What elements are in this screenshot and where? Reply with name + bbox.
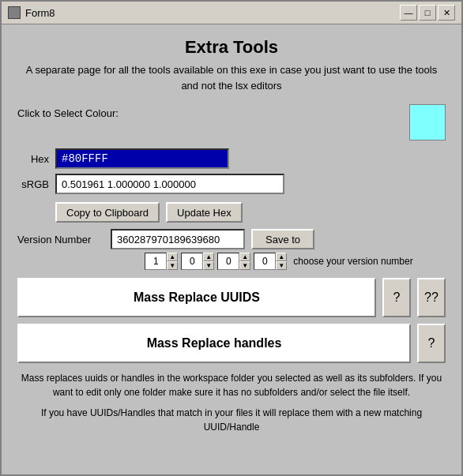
main-content: Extra Tools A separate page for all the … — [2, 24, 461, 474]
colour-preview[interactable] — [409, 104, 446, 141]
page-subtitle: A separate page for all the tools availa… — [17, 62, 446, 93]
title-bar: Form8 — □ ✕ — [2, 2, 461, 24]
maximize-button[interactable]: □ — [419, 5, 436, 21]
version-row: Version Number Save to — [17, 229, 446, 249]
description-text: Mass replaces uuids or handles in the wo… — [17, 371, 446, 399]
spinner-2-input[interactable] — [181, 253, 203, 270]
spinner-2-buttons: ▲ ▼ — [203, 253, 214, 270]
spinner-4-down[interactable]: ▼ — [276, 261, 287, 270]
mass-replace-handles-row: Mass Replace handles ? — [17, 324, 446, 363]
spinner-4-buttons: ▲ ▼ — [276, 253, 287, 270]
srgb-label: sRGB — [17, 178, 49, 190]
app-icon — [8, 6, 21, 19]
version-spinners-row: ▲ ▼ ▲ ▼ ▲ ▼ — [145, 253, 412, 270]
page-title: Extra Tools — [185, 37, 278, 58]
mass-replace-uuids-row: Mass Replace UUIDS ? ?? — [17, 278, 446, 317]
mass-replace-handles-button[interactable]: Mass Replace handles — [17, 324, 411, 363]
minimize-button[interactable]: — — [400, 5, 417, 21]
main-window: Form8 — □ ✕ Extra Tools A separate page … — [0, 0, 463, 476]
spinner-3-buttons: ▲ ▼ — [239, 253, 250, 270]
handles-help-button[interactable]: ? — [417, 324, 446, 363]
spinner-3-up[interactable]: ▲ — [239, 253, 250, 261]
window-title: Form8 — [25, 7, 55, 19]
spinner-1-input[interactable] — [145, 253, 167, 270]
spinner-2-up[interactable]: ▲ — [203, 253, 214, 261]
mass-replace-uuids-button[interactable]: Mass Replace UUIDS — [17, 278, 376, 317]
srgb-input — [55, 174, 284, 194]
spinner-1-down[interactable]: ▼ — [167, 261, 178, 270]
spinner-4: ▲ ▼ — [254, 253, 287, 270]
spinner-4-up[interactable]: ▲ — [276, 253, 287, 261]
spinner-1: ▲ ▼ — [145, 253, 178, 270]
hex-input[interactable] — [55, 148, 229, 169]
title-bar-left: Form8 — [8, 6, 55, 19]
copy-clipboard-button[interactable]: Copy to Clipboard — [55, 202, 160, 223]
spinner-1-up[interactable]: ▲ — [167, 253, 178, 261]
window-controls: — □ ✕ — [400, 5, 455, 21]
spinner-3-input[interactable] — [217, 253, 239, 270]
colour-section: Click to Select Colour: Hex sRGB Copy to… — [17, 104, 446, 223]
hex-label: Hex — [17, 153, 49, 165]
uuids-help-button-1[interactable]: ? — [382, 278, 411, 317]
srgb-row: sRGB — [17, 174, 446, 194]
colour-buttons-row: Copy to Clipboard Update Hex — [55, 202, 446, 223]
colour-click-label[interactable]: Click to Select Colour: — [17, 107, 119, 119]
version-choose-text: choose your version number — [293, 256, 412, 267]
hex-row: Hex — [17, 148, 446, 169]
uuids-help-button-2[interactable]: ?? — [417, 278, 446, 317]
update-hex-button[interactable]: Update Hex — [166, 202, 243, 223]
version-label: Version Number — [17, 234, 104, 245]
version-input[interactable] — [111, 229, 245, 249]
spinner-3: ▲ ▼ — [217, 253, 250, 270]
mass-replace-section: Mass Replace UUIDS ? ?? Mass Replace han… — [17, 278, 446, 363]
close-button[interactable]: ✕ — [438, 5, 455, 21]
spinner-3-down[interactable]: ▼ — [239, 261, 250, 270]
save-button[interactable]: Save to — [251, 229, 314, 249]
spinner-1-buttons: ▲ ▼ — [167, 253, 178, 270]
spinner-2: ▲ ▼ — [181, 253, 214, 270]
description-text-2: If you have UUIDs/Handles that match in … — [17, 406, 446, 434]
spinner-2-down[interactable]: ▼ — [203, 261, 214, 270]
spinner-4-input[interactable] — [254, 253, 276, 270]
